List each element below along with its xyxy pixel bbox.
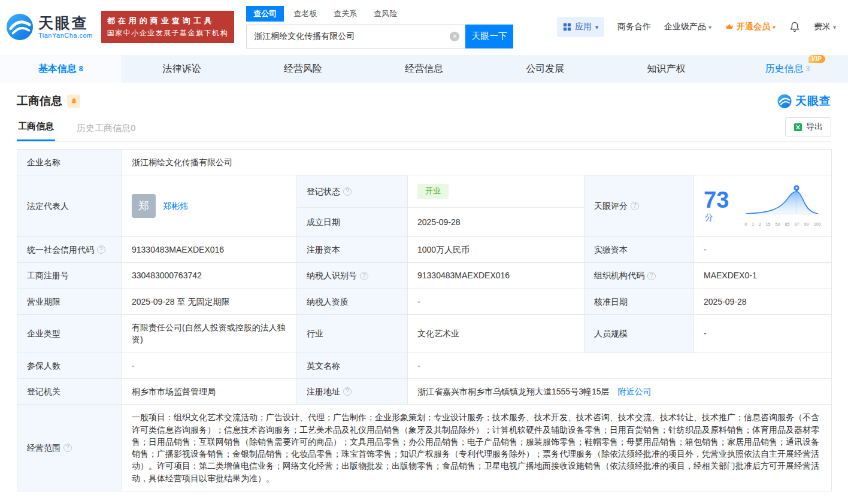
business-info-table: 企业名称 浙江桐绘文化传播有限公司 法定代表人 郑 郑彬炜 登记状态 ? 开业 [17,149,832,491]
help-icon[interactable]: ? [343,187,352,196]
chevron-down-icon: ▾ [773,24,776,31]
tab-company-development[interactable]: 公司发展 [484,55,605,83]
taxpayer-no-label: 纳税人识别号 ? [297,263,408,289]
avatar[interactable]: 郑 [132,194,156,218]
label-text: 纳税人识别号 [307,269,357,281]
tianyancha-logo[interactable]: 天眼查 TianYanCha.com [6,13,93,41]
search-tab-company[interactable]: 查公司 [246,6,284,22]
open-vip-label: 开通会员 [737,22,770,32]
help-icon[interactable]: ? [647,272,656,280]
help-icon[interactable]: ? [97,245,105,254]
establish-date-value: 2025-09-28 [408,208,584,237]
username-label: 费米 [814,22,831,32]
tab-history-info[interactable]: 历史信息 3 VIP [727,55,848,83]
staff-size-label: 人员规模 [584,315,694,353]
industry-label: 行业 [297,315,408,353]
tab-label: 法律诉讼 [162,63,201,75]
paid-capital-value: - [694,237,832,263]
menu-item-cooperation[interactable]: 商务合作 [617,22,651,32]
help-icon[interactable]: ? [631,202,639,210]
search-tab-relation[interactable]: 查关系 [326,6,364,22]
reg-no-label: 工商注册号 [17,263,122,289]
slogan-banner: 都在用的商业查询工具 国家中小企业发展子基金旗下机构 [101,11,235,43]
enterprise-products-label: 企业级产品 [664,22,706,32]
label-text: 天眼评分 [594,200,628,212]
industry-value: 文化艺术业 [408,315,584,353]
company-type-label: 企业类型 [17,315,122,353]
score-axis: 01 315 5085 9799 100 [744,221,821,228]
search-tab-risk[interactable]: 查风险 [367,6,404,22]
help-icon[interactable]: ? [343,387,352,396]
tab-legal-proceedings[interactable]: 法律诉讼 [121,55,242,83]
table-row: 营业期限 2025-09-28 至 无固定期限 纳税人资质 - 核准日期 202… [17,289,832,314]
label-text: 统一社会信用代码 [27,244,94,256]
subtab-row: 工商信息 历史工商信息0 导出 [17,117,831,142]
table-row: 企业名称 浙江桐绘文化传播有限公司 [17,150,832,175]
nearby-companies-link[interactable]: 附近公司 [617,387,651,396]
brand-name: 天眼查 [38,15,93,32]
cooperation-label: 商务合作 [617,22,651,32]
chevron-down-icon: ▾ [708,24,711,31]
menu-item-enterprise-products[interactable]: 企业级产品 ▾ [664,22,711,32]
tab-label: 公司发展 [526,63,564,75]
english-name-value: - [408,353,832,378]
monitor-bell-icon[interactable] [67,95,80,108]
tab-count: 8 [79,65,83,73]
table-row: 统一社会信用代码 ? 91330483MAEXDEX016 注册资本 1000万… [17,237,832,263]
section-brand-logo[interactable]: 天眼查 [777,93,831,109]
tab-intellectual-property[interactable]: 知识产权 [605,55,726,83]
table-row: 经营范围 ? 一般项目：组织文化艺术交流活动；广告设计、代理；广告制作；企业形象… [17,405,832,491]
status-badge: 开业 [417,184,449,199]
reg-capital-label: 注册资本 [297,237,408,263]
score-cell: 73分 [694,175,832,237]
search-area: 查公司 查老板 查关系 查风险 × 天眼一下 [246,6,513,48]
help-icon[interactable]: ? [63,444,72,452]
menu-item-open-vip[interactable]: 开通会员 ▾ [725,22,776,32]
taxpayer-quality-value: - [408,289,584,314]
tab-business-info[interactable]: 经营信息 [364,55,484,83]
tab-basic-info[interactable]: 基本信息 8 [0,55,121,83]
page: 天眼查 TianYanCha.com 都在用的商业查询工具 国家中小企业发展子基… [0,0,848,504]
tianyancha-logo-icon [777,94,792,108]
term-value: 2025-09-28 至 无固定期限 [122,289,297,314]
apps-menu[interactable]: 应用 ▾ [557,17,604,37]
org-code-label: 组织机构代码 ? [584,263,694,289]
score-value: 73 [704,187,729,212]
notifications-bell-icon[interactable] [789,21,801,33]
table-row: 登记机关 桐乡市市场监督管理局 注册地址 ? 浙江省嘉兴市桐乡市乌镇镇龙翔大道1… [17,378,832,404]
reg-authority-value: 桐乡市市场监督管理局 [122,378,297,404]
staff-size-value: - [694,315,832,353]
tab-label: 经营信息 [405,63,443,75]
export-label: 导出 [806,122,823,132]
search-tabs: 查公司 查老板 查关系 查风险 [246,6,513,22]
slogan-line2: 国家中小企业发展子基金旗下机构 [107,28,229,39]
tab-label: 历史信息 [765,63,803,75]
score-chart: 01 315 5085 9799 100 [744,184,822,227]
table-row: 参保人数 - 英文名称 - [17,353,832,378]
label-text: 登记状态 [307,186,340,198]
legal-rep-link[interactable]: 郑彬炜 [163,200,188,212]
company-name-label: 企业名称 [17,150,122,175]
clear-search-icon[interactable]: × [450,32,459,41]
approval-date-value: 2025-09-28 [694,289,832,314]
tab-count: 3 [805,65,810,73]
subtab-business-registration[interactable]: 工商信息 [17,117,55,141]
tianyancha-logo-icon [6,13,34,41]
tab-label: 知识产权 [647,63,686,75]
tab-label: 基本信息 [38,63,77,75]
table-row: 企业类型 有限责任公司(自然人投资或控股的法人独资) 行业 文化艺术业 人员规模… [17,315,832,353]
search-button[interactable]: 天眼一下 [465,25,513,48]
address-cell: 浙江省嘉兴市桐乡市乌镇镇龙翔大道1555号3幢15层 附近公司 [408,378,832,404]
english-name-label: 英文名称 [297,353,408,378]
user-menu[interactable]: 费米 ▾ [814,22,836,32]
score-unit: 分 [705,212,713,222]
subtab-history-registration[interactable]: 历史工商信息0 [75,119,137,141]
org-code-value: MAEXDEX0-1 [694,263,832,289]
search-input[interactable] [246,25,465,48]
section-title: 工商信息 [17,93,62,109]
tab-operating-risk[interactable]: 经营风险 [243,55,364,83]
taxpayer-no-value: 91330483MAEXDEX016 [408,263,584,289]
export-button[interactable]: 导出 [785,117,831,136]
search-tab-boss[interactable]: 查老板 [286,6,324,22]
help-icon[interactable]: ? [360,272,368,280]
